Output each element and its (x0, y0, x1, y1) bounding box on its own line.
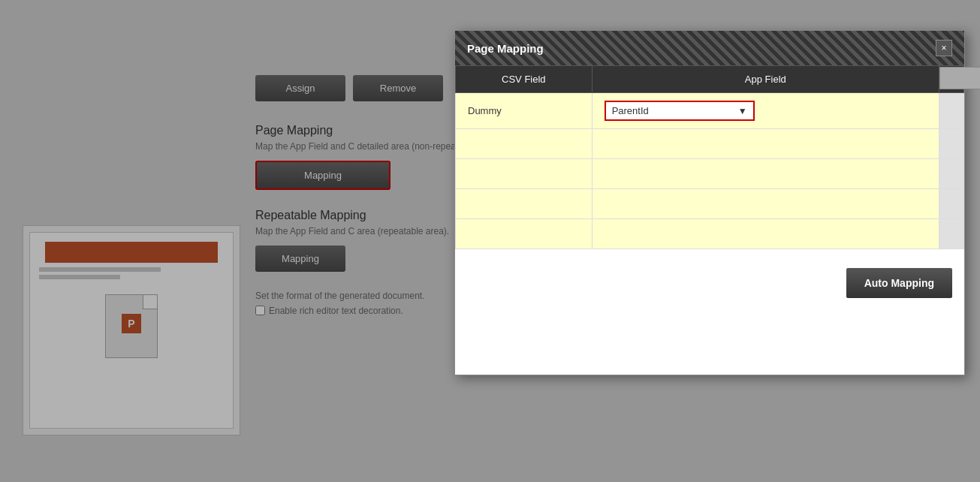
app-field-select[interactable]: ParentId ▼ (605, 101, 755, 121)
scrollbar-cell (939, 93, 964, 129)
modal-footer: Auto Mapping (455, 261, 964, 306)
table-row: Dummy ParentId ▼ (456, 93, 964, 129)
chevron-down-icon: ▼ (738, 106, 747, 116)
table-header: CSV Field App Field (456, 66, 964, 93)
modal-titlebar: Page Mapping × (455, 31, 964, 65)
page-mapping-modal: Page Mapping × CSV Field App Field Dumm (454, 30, 965, 375)
app-field-header: App Field (592, 66, 939, 93)
empty-row-3 (456, 189, 964, 219)
scrollbar-thumb[interactable] (939, 67, 980, 89)
table-scroll-area: CSV Field App Field Dummy ParentId ▼ (455, 65, 964, 261)
app-field-cell: ParentId ▼ (592, 93, 939, 129)
csv-field-cell: Dummy (456, 93, 593, 129)
csv-field-header: CSV Field (456, 66, 593, 93)
empty-row-4 (456, 219, 964, 249)
table-body: Dummy ParentId ▼ (456, 93, 964, 249)
table-header-row: CSV Field App Field (456, 66, 964, 93)
modal-body: CSV Field App Field Dummy ParentId ▼ (455, 65, 964, 306)
empty-row-2 (456, 159, 964, 189)
modal-close-button[interactable]: × (936, 40, 952, 56)
app-field-value: ParentId (612, 105, 649, 116)
empty-row-1 (456, 129, 964, 159)
auto-mapping-button[interactable]: Auto Mapping (846, 268, 952, 298)
modal-title: Page Mapping (467, 42, 544, 55)
modal-overlay: Page Mapping × CSV Field App Field Dumm (0, 0, 980, 482)
mapping-table: CSV Field App Field Dummy ParentId ▼ (455, 65, 964, 249)
